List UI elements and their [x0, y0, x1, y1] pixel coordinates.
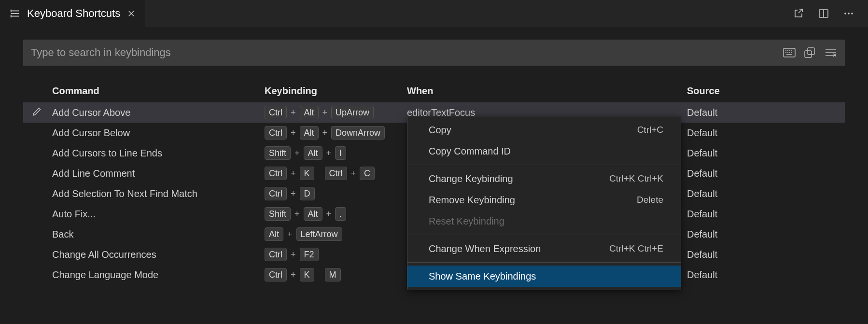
- col-header-keybinding[interactable]: Keybinding: [265, 85, 407, 97]
- key-separator: +: [322, 108, 329, 118]
- cell-source: Default: [687, 168, 845, 179]
- cell-command: Add Cursor Above: [52, 107, 265, 118]
- context-menu-accel: Ctrl+K Ctrl+K: [609, 173, 663, 184]
- cell-source: Default: [687, 148, 845, 159]
- svg-point-12: [851, 13, 853, 14]
- cell-keybinding: Ctrl+F2: [265, 248, 407, 261]
- svg-point-10: [844, 13, 846, 14]
- key-ctrl: Ctrl: [265, 126, 287, 140]
- tab-title: Keyboard Shortcuts: [27, 7, 120, 20]
- context-menu-label: Remove Keybinding: [429, 195, 515, 206]
- tab-actions: [793, 8, 868, 19]
- context-menu-label: Change When Expression: [429, 243, 541, 254]
- more-actions-icon[interactable]: [843, 8, 854, 19]
- cell-command: Add Line Comment: [52, 168, 265, 179]
- key-separator: +: [286, 229, 294, 239]
- close-icon[interactable]: [127, 9, 136, 18]
- context-menu-item[interactable]: Remove KeybindingDelete: [407, 189, 681, 211]
- clear-search-icon[interactable]: [825, 48, 837, 57]
- context-menu-accel: Ctrl+C: [637, 125, 663, 135]
- key-alt: Alt: [265, 227, 283, 241]
- key-shift: Shift: [265, 146, 291, 160]
- key-alt: Alt: [304, 207, 322, 221]
- key-c: C: [360, 167, 375, 180]
- key-alt: Alt: [304, 146, 322, 160]
- cell-command: Change Language Mode: [52, 269, 265, 281]
- key-alt: Alt: [300, 126, 319, 140]
- split-editor-icon[interactable]: [818, 8, 829, 19]
- context-menu: CopyCtrl+CCopy Command IDChange Keybindi…: [407, 116, 681, 290]
- context-menu-item[interactable]: Copy Command ID: [407, 141, 681, 162]
- key-ctrl: Ctrl: [265, 248, 287, 261]
- key-d: D: [300, 187, 315, 200]
- context-menu-label: Change Keybinding: [429, 173, 513, 184]
- key-k: K: [300, 268, 314, 282]
- context-menu-item[interactable]: Change When ExpressionCtrl+K Ctrl+E: [407, 238, 681, 259]
- cell-keybinding: Ctrl+KM: [265, 268, 407, 282]
- key-alt: Alt: [300, 106, 319, 119]
- cell-command: Add Cursors to Line Ends: [52, 148, 265, 159]
- context-menu-item[interactable]: Show Same Keybindings: [407, 266, 681, 287]
- search-bar: [23, 40, 845, 66]
- cell-command: Change All Occurrences: [52, 249, 265, 260]
- key-separator: +: [325, 209, 333, 219]
- context-menu-item[interactable]: Change KeybindingCtrl+K Ctrl+K: [407, 168, 681, 189]
- search-action-icons: [777, 47, 837, 58]
- key-leftarrow: LeftArrow: [296, 227, 342, 241]
- cell-source: Default: [687, 127, 845, 139]
- key-uparrow: UpArrow: [331, 106, 374, 119]
- cell-command: Add Cursor Below: [52, 127, 265, 139]
- record-keys-icon[interactable]: [783, 48, 796, 57]
- context-menu-item: Reset Keybinding: [407, 211, 681, 232]
- search-input[interactable]: [31, 46, 777, 59]
- key-f2: F2: [300, 248, 319, 261]
- cell-source: Default: [687, 107, 845, 118]
- cell-source: Default: [687, 229, 845, 240]
- key-ctrl: Ctrl: [265, 167, 287, 180]
- key-separator: +: [290, 270, 297, 280]
- sort-precedence-icon[interactable]: [804, 47, 816, 58]
- tabs: Keyboard Shortcuts: [0, 0, 146, 27]
- key-downarrow: DownArrow: [331, 126, 385, 140]
- context-menu-label: Reset Keybinding: [429, 216, 504, 227]
- open-keybindings-json-icon[interactable]: [793, 8, 804, 19]
- edit-icon[interactable]: [32, 106, 42, 119]
- context-menu-label: Copy Command ID: [429, 146, 511, 157]
- tab-keyboard-shortcuts[interactable]: Keyboard Shortcuts: [0, 0, 146, 27]
- cell-keybinding: Ctrl+D: [265, 187, 407, 200]
- context-menu-separator: [407, 235, 681, 235]
- key-shift: Shift: [265, 207, 291, 221]
- context-menu-item[interactable]: CopyCtrl+C: [407, 119, 681, 141]
- cell-command: Add Selection To Next Find Match: [52, 188, 265, 199]
- cell-keybinding: Ctrl+Alt+DownArrow: [265, 126, 407, 140]
- key-ctrl: Ctrl: [265, 106, 287, 119]
- cell-source: Default: [687, 188, 845, 199]
- key-separator: +: [290, 189, 297, 199]
- cell-command: Auto Fix...: [52, 209, 265, 220]
- cell-keybinding: Ctrl+KCtrl+C: [265, 167, 407, 180]
- key-separator: +: [294, 148, 301, 158]
- context-menu-label: Copy: [429, 125, 451, 136]
- context-menu-accel: Ctrl+K Ctrl+E: [609, 243, 663, 254]
- svg-point-11: [848, 13, 850, 14]
- key-separator: +: [350, 169, 357, 179]
- col-header-when[interactable]: When: [407, 85, 687, 97]
- cell-source: Default: [687, 269, 845, 281]
- key-separator: +: [290, 128, 297, 138]
- key-separator: +: [294, 209, 301, 219]
- key-separator: +: [290, 108, 297, 118]
- key-separator: +: [322, 128, 329, 138]
- col-header-command[interactable]: Command: [23, 85, 265, 97]
- col-header-source[interactable]: Source: [687, 85, 845, 97]
- cell-source: Default: [687, 209, 845, 220]
- key-ctrl: Ctrl: [265, 268, 287, 282]
- context-menu-separator: [407, 262, 681, 263]
- key-.: .: [335, 207, 346, 221]
- context-menu-accel: Delete: [637, 195, 663, 205]
- cell-keybinding: Shift+Alt+.: [265, 207, 407, 221]
- key-k: K: [300, 167, 314, 180]
- key-separator: +: [325, 148, 333, 158]
- key-ctrl: Ctrl: [265, 187, 287, 200]
- key-ctrl: Ctrl: [325, 167, 347, 180]
- key-m: M: [325, 268, 341, 282]
